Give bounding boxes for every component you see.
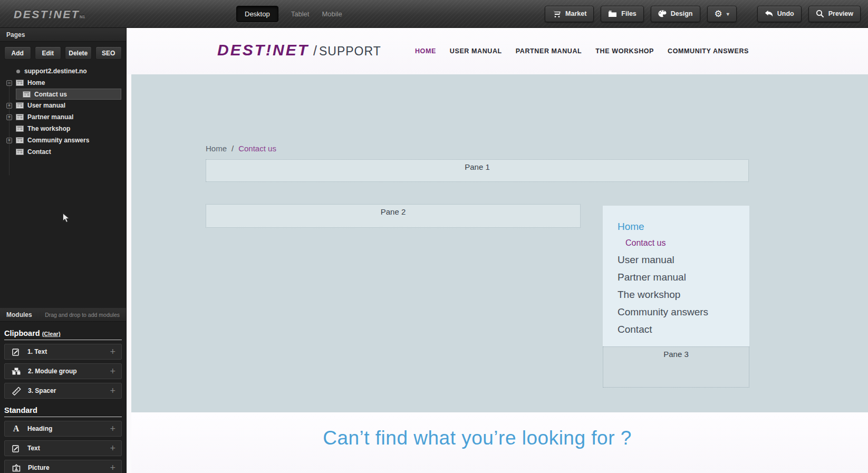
- tree-item-user-manual[interactable]: + User manual: [0, 100, 126, 111]
- undo-icon: [765, 10, 773, 17]
- breadcrumb: Home / Contact us: [206, 144, 276, 153]
- expander-minus-icon[interactable]: −: [6, 80, 12, 86]
- site-preview-area: DEST!NET/SUPPORT HOME USER MANUAL PARTNE…: [127, 28, 868, 473]
- add-page-button[interactable]: Add: [4, 46, 31, 60]
- module-standard-picture[interactable]: Picture +: [4, 460, 122, 473]
- sidenav-the-workshop[interactable]: The workshop: [618, 286, 749, 303]
- site-main-nav: HOME USER MANUAL PARTNER MANUAL THE WORK…: [415, 47, 749, 55]
- content-pane-1[interactable]: Pane 1: [206, 159, 749, 182]
- pages-panel-header: Pages: [0, 28, 126, 42]
- modules-panel-header: Modules Drag and drop to add modules: [0, 308, 126, 322]
- modules-hint: Drag and drop to add modules: [45, 312, 120, 318]
- plus-icon[interactable]: +: [110, 366, 115, 377]
- clipboard-clear-link[interactable]: (Clear): [42, 331, 61, 337]
- page-icon: [16, 80, 24, 86]
- sidenav-contact[interactable]: Contact: [618, 321, 749, 338]
- plus-icon[interactable]: +: [110, 462, 115, 473]
- gear-icon: ⚙: [715, 9, 722, 18]
- files-button[interactable]: Files: [601, 6, 644, 22]
- tree-item-label: Contact: [27, 148, 51, 156]
- plus-icon[interactable]: +: [110, 423, 115, 435]
- plus-icon[interactable]: +: [110, 443, 115, 454]
- sidenav-home[interactable]: Home: [618, 218, 749, 235]
- site-logo-separator: /: [313, 43, 317, 58]
- plus-icon[interactable]: +: [110, 346, 115, 358]
- page-canvas: Home / Contact us Pane 1 Pane 2 Home Con…: [131, 74, 868, 412]
- tree-item-label: Contact us: [34, 91, 67, 98]
- module-standard-heading[interactable]: A Heading +: [4, 421, 122, 437]
- cart-icon: [552, 10, 561, 18]
- canvas-inner: Home / Contact us Pane 1 Pane 2 Home Con…: [206, 74, 749, 412]
- module-standard-text[interactable]: Text +: [4, 440, 122, 456]
- clipboard-title: Clipboard: [4, 329, 40, 337]
- breadcrumb-home-link[interactable]: Home: [206, 144, 227, 153]
- palette-icon: [658, 10, 667, 17]
- preview-button[interactable]: Preview: [808, 6, 861, 22]
- expander-plus-icon[interactable]: +: [6, 103, 12, 109]
- modules-panel: Modules Drag and drop to add modules Cli…: [0, 308, 126, 473]
- tree-item-label: The workshop: [27, 125, 70, 132]
- undo-button-label: Undo: [777, 10, 794, 17]
- sidenav-partner-manual[interactable]: Partner manual: [618, 268, 749, 286]
- sidenav-user-manual[interactable]: User manual: [618, 251, 749, 268]
- tree-item-contact-us[interactable]: Contact us: [16, 89, 121, 100]
- side-navigation-box: Home Contact us User manual Partner manu…: [603, 206, 749, 346]
- module-item-label: 3. Spacer: [28, 387, 103, 394]
- module-clipboard-spacer[interactable]: 3. Spacer +: [4, 383, 122, 399]
- tab-desktop[interactable]: Desktop: [236, 6, 278, 22]
- expander-plus-icon[interactable]: +: [6, 138, 12, 143]
- plus-icon[interactable]: +: [110, 385, 115, 397]
- sidenav-community-answers[interactable]: Community answers: [618, 303, 749, 321]
- page-icon: [16, 149, 24, 155]
- delete-page-button[interactable]: Delete: [65, 46, 92, 60]
- site-logo[interactable]: DEST!NET/SUPPORT: [217, 41, 381, 59]
- edit-page-button[interactable]: Edit: [35, 46, 62, 60]
- market-button[interactable]: Market: [545, 6, 594, 22]
- tree-item-community-answers[interactable]: + Community answers: [0, 134, 126, 146]
- breadcrumb-current-link[interactable]: Contact us: [238, 144, 276, 153]
- nav-community-answers[interactable]: COMMUNITY ANSWERS: [668, 47, 749, 55]
- tree-item-home[interactable]: − Home: [0, 77, 126, 89]
- breadcrumb-separator: /: [232, 144, 234, 153]
- tab-tablet[interactable]: Tablet: [291, 10, 310, 18]
- pages-panel-title: Pages: [6, 31, 25, 38]
- content-pane-3[interactable]: Pane 3: [603, 346, 749, 388]
- tab-mobile[interactable]: Mobile: [322, 10, 342, 18]
- nav-the-workshop[interactable]: THE WORKSHOP: [595, 47, 654, 55]
- tree-item-site-root[interactable]: support2.destinet.no: [0, 65, 126, 77]
- tree-item-label: support2.destinet.no: [24, 67, 87, 75]
- tree-item-partner-manual[interactable]: + Partner manual: [0, 111, 126, 123]
- content-pane-2[interactable]: Pane 2: [206, 204, 581, 228]
- nav-user-manual[interactable]: USER MANUAL: [450, 47, 502, 55]
- module-clipboard-text[interactable]: 1. Text +: [4, 344, 122, 360]
- topbar-actions: Market Files Design ⚙ ▾ Undo: [545, 0, 861, 27]
- device-preview-tabs: Desktop Tablet Mobile: [236, 0, 342, 27]
- clipboard-section-header: Clipboard (Clear): [4, 329, 122, 340]
- tree-item-contact[interactable]: Contact: [0, 146, 126, 158]
- module-group-icon: [12, 367, 21, 375]
- site-logo-text: DEST!NET: [217, 41, 309, 59]
- files-button-label: Files: [621, 10, 636, 17]
- tree-item-label: Community answers: [27, 137, 89, 144]
- page-icon: [23, 91, 31, 98]
- text-module-icon: [12, 444, 21, 453]
- design-button[interactable]: Design: [651, 6, 700, 22]
- module-clipboard-module-group[interactable]: 2. Module group +: [4, 363, 122, 379]
- tree-item-label: User manual: [27, 102, 65, 109]
- sidenav-contact-us[interactable]: Contact us: [618, 235, 749, 251]
- module-item-label: 2. Module group: [28, 368, 103, 375]
- nav-home[interactable]: HOME: [415, 47, 436, 55]
- seo-button[interactable]: SEO: [95, 46, 122, 60]
- preview-button-label: Preview: [828, 10, 853, 17]
- footer-inner: Can’t find what you’re looking for ?: [206, 412, 749, 449]
- market-button-label: Market: [565, 10, 586, 17]
- page-icon: [16, 102, 24, 109]
- nav-partner-manual[interactable]: PARTNER MANUAL: [516, 47, 582, 55]
- editor-logo-text: DEST!NET: [14, 8, 80, 20]
- settings-dropdown-button[interactable]: ⚙ ▾: [707, 6, 737, 22]
- modules-panel-title: Modules: [6, 311, 32, 318]
- page-icon: [16, 137, 24, 143]
- tree-item-the-workshop[interactable]: The workshop: [0, 123, 126, 134]
- undo-button[interactable]: Undo: [757, 6, 802, 22]
- expander-plus-icon[interactable]: +: [6, 114, 12, 120]
